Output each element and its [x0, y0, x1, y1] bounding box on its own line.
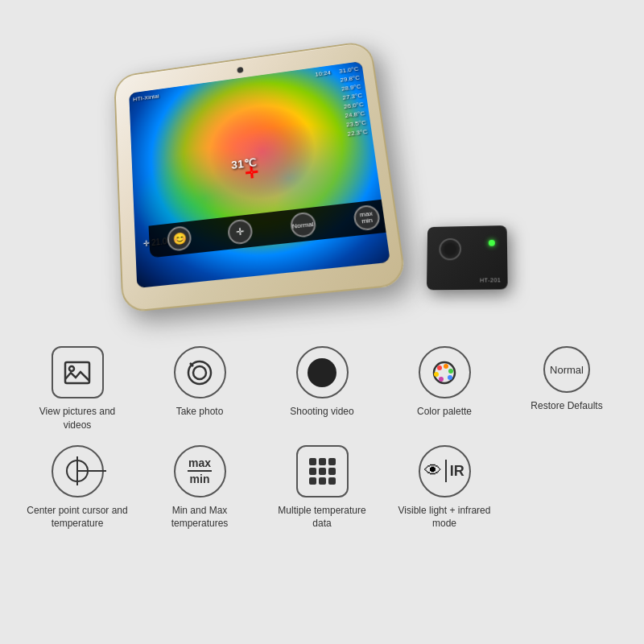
- grid-dot: [309, 468, 316, 475]
- ir-text: IR: [450, 463, 464, 480]
- svg-point-1: [69, 366, 74, 371]
- svg-point-7: [444, 364, 448, 369]
- feature-take-photo: Take photo: [147, 346, 252, 419]
- svg-point-6: [437, 365, 442, 370]
- temp-label: 29.8°C: [340, 74, 360, 83]
- restore-defaults-label: Restore Defaults: [530, 399, 602, 413]
- grid-dot: [319, 458, 326, 465]
- feature-color-palette: Color palette: [392, 346, 497, 419]
- ir-divider: [445, 460, 447, 482]
- feature-view-pictures: View pictures and videos: [25, 346, 130, 432]
- phone-camera: [237, 67, 243, 73]
- cam-label: HT-201: [480, 277, 501, 283]
- thermal-camera-attachment: HT-201: [427, 225, 508, 290]
- maxmin-icon: max min: [188, 457, 212, 485]
- feature-shoot-video: Shooting video: [270, 346, 374, 419]
- min-max-icon-container: max min: [174, 445, 226, 497]
- shoot-video-label: Shooting video: [290, 405, 353, 419]
- image-icon: [63, 358, 92, 387]
- features-row-1: View pictures and videos Take photo Shoo…: [16, 346, 628, 432]
- feature-center-point: Center point cursor and temperature: [25, 445, 130, 531]
- ir-icon: 👁 IR: [424, 460, 464, 482]
- temp-label: 28.9°C: [341, 83, 362, 93]
- eye-icon: 👁: [424, 460, 442, 481]
- shoot-video-icon-container: [296, 346, 349, 398]
- temp-label: 23.5°C: [345, 119, 366, 129]
- max-text: max: [188, 457, 211, 469]
- phone-body: 31.0°C 29.8°C 28.9°C 27.3°C 26.0°C 24.8°…: [114, 40, 407, 313]
- svg-point-3: [193, 366, 206, 379]
- visible-ir-icon-container: 👁 IR: [419, 445, 471, 497]
- features-row-2: Center point cursor and temperature max …: [16, 445, 628, 531]
- grid-dot: [309, 477, 316, 485]
- take-photo-label: Take photo: [176, 405, 224, 419]
- grid-dot: [319, 468, 326, 475]
- crosshair-circle: [66, 460, 89, 482]
- cam-led: [489, 240, 495, 246]
- phone-btn-maxmin[interactable]: maxmin: [353, 204, 382, 231]
- phone-container: 31.0°C 29.8°C 28.9°C 27.3°C 26.0°C 24.8°…: [89, 24, 555, 314]
- phone-btn-face[interactable]: 😊: [167, 225, 192, 252]
- color-palette-label: Color palette: [417, 405, 472, 419]
- restore-defaults-icon: Normal: [543, 346, 590, 393]
- view-pictures-label: View pictures and videos: [25, 405, 130, 432]
- svg-point-8: [448, 369, 453, 374]
- svg-point-11: [434, 372, 439, 377]
- feature-min-max: max min Min and Max temperatures: [147, 445, 252, 531]
- temp-label: 26.0°C: [343, 101, 364, 110]
- visible-ir-label: Visible light + infrared mode: [392, 504, 497, 531]
- feature-restore-defaults: Normal Restore Defaults: [514, 346, 619, 413]
- svg-point-9: [448, 375, 452, 380]
- view-pictures-icon-container: [52, 346, 104, 398]
- grid-icon: [309, 458, 336, 485]
- grid-dot: [328, 477, 336, 485]
- phone-screen: 31.0°C 29.8°C 28.9°C 27.3°C 26.0°C 24.8°…: [129, 61, 390, 288]
- phone-btn-normal[interactable]: Normal: [289, 211, 316, 238]
- take-photo-icon-container: [174, 346, 226, 398]
- phone-section: 31.0°C 29.8°C 28.9°C 27.3°C 26.0°C 24.8°…: [0, 0, 644, 338]
- temp-label: 27.3°C: [342, 92, 363, 101]
- normal-text: Normal: [550, 364, 584, 376]
- temp-label: 31.0°C: [339, 65, 359, 74]
- features-section: View pictures and videos Take photo Shoo…: [0, 338, 644, 551]
- color-palette-icon-container: [419, 346, 471, 398]
- phone-btn-crosshair[interactable]: ✛: [227, 218, 254, 246]
- multiple-temp-label: Multiple temperature data: [270, 504, 374, 531]
- feature-multiple-temp: Multiple temperature data: [270, 445, 374, 531]
- multiple-temp-icon-container: [296, 445, 349, 497]
- grid-dot: [328, 468, 336, 475]
- palette-icon: [430, 358, 459, 387]
- center-point-label: Center point cursor and temperature: [25, 504, 130, 531]
- temp-label: 24.8°C: [345, 109, 365, 119]
- camera-icon: [185, 358, 214, 387]
- record-icon: [308, 358, 336, 387]
- crosshair-icon: [63, 456, 92, 485]
- grid-dot: [309, 458, 316, 465]
- min-text: min: [190, 473, 210, 485]
- feature-visible-ir: 👁 IR Visible light + infrared mode: [392, 445, 497, 531]
- svg-rect-0: [65, 362, 89, 383]
- cam-lens: [439, 238, 461, 261]
- maxmin-line: [188, 470, 212, 472]
- svg-point-10: [439, 377, 444, 382]
- min-max-label: Min and Max temperatures: [147, 504, 252, 531]
- grid-dot: [328, 458, 336, 465]
- grid-dot: [319, 477, 326, 485]
- center-point-icon-container: [52, 445, 104, 497]
